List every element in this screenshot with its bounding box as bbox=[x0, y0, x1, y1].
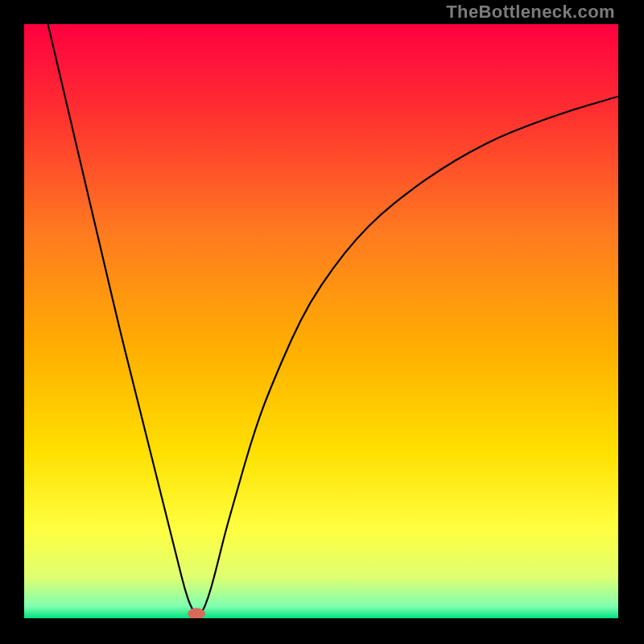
bottleneck-chart bbox=[24, 24, 618, 618]
chart-container: TheBottleneck.com bbox=[0, 0, 644, 644]
watermark-text: TheBottleneck.com bbox=[446, 2, 615, 23]
gradient-background bbox=[24, 24, 618, 618]
plot-area bbox=[23, 23, 620, 620]
